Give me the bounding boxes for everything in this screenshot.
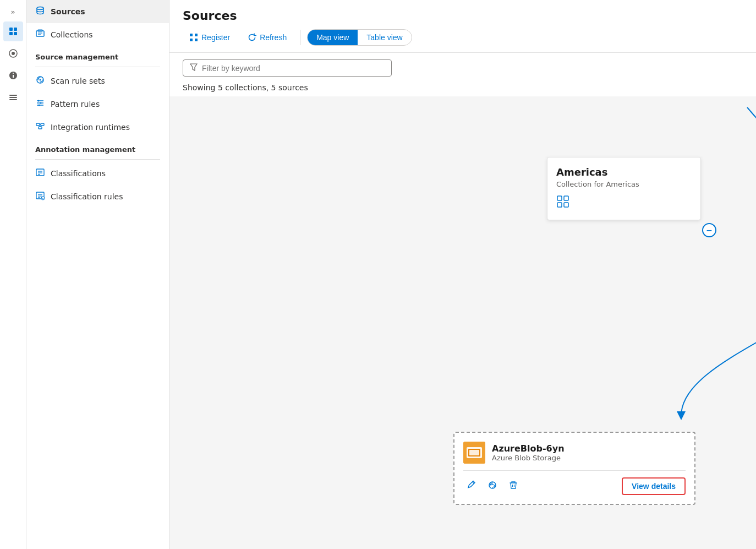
svg-rect-6 (9, 95, 17, 96)
table-view-button[interactable]: Table view (358, 30, 411, 45)
filter-icon (190, 63, 198, 73)
rail-item-insights[interactable] (3, 66, 23, 85)
svg-point-15 (40, 79, 41, 81)
refresh-button[interactable]: Refresh (241, 30, 293, 45)
svg-rect-23 (41, 123, 44, 126)
blob-card-container: AzureBlob-6yn Azure Blob Storage (453, 432, 695, 505)
annotation-management-header: Annotation management (26, 139, 169, 157)
sidebar-sources-label: Sources (51, 7, 85, 16)
view-details-button[interactable]: View details (622, 477, 686, 495)
svg-rect-0 (9, 28, 13, 31)
edit-icon (467, 480, 476, 490)
showing-text: Showing 5 collections, 5 sources (169, 83, 756, 96)
rail-item-home[interactable] (3, 44, 23, 63)
svg-rect-39 (195, 34, 198, 36)
rail-item-tools[interactable] (3, 88, 23, 107)
americas-card[interactable]: Americas Collection for Americas (547, 157, 701, 220)
pattern-rules-icon (35, 98, 45, 110)
blob-card-name: AzureBlob-6yn (492, 443, 565, 454)
svg-rect-1 (14, 28, 17, 31)
svg-rect-8 (9, 99, 17, 100)
refresh-icon (248, 33, 256, 42)
collapse-button[interactable]: − (702, 223, 716, 237)
svg-rect-44 (564, 196, 568, 200)
map-view-button[interactable]: Map view (308, 30, 358, 45)
blob-card-info: AzureBlob-6yn Azure Blob Storage (492, 443, 565, 462)
integration-runtimes-icon (35, 121, 45, 133)
svg-rect-2 (9, 32, 13, 35)
view-toggle: Map view Table view (307, 29, 412, 46)
blob-card-divider (463, 470, 686, 471)
view-details-label: View details (632, 482, 676, 491)
svg-rect-46 (564, 203, 568, 207)
search-input[interactable] (202, 64, 385, 73)
svg-rect-40 (190, 39, 193, 41)
americas-card-grid-icon[interactable] (556, 195, 692, 211)
toolbar: Register Refresh Map view Table view (183, 29, 743, 52)
svg-point-20 (40, 102, 42, 104)
integration-runtimes-label: Integration runtimes (51, 123, 130, 132)
sidebar-item-classification-rules[interactable]: Classification rules (26, 185, 169, 208)
main-header: Sources Register Refresh (169, 0, 756, 53)
table-view-label: Table view (366, 33, 402, 42)
blob-card-type: Azure Blob Storage (492, 454, 565, 462)
source-management-header: Source management (26, 46, 169, 64)
sidebar-item-pattern-rules[interactable]: Pattern rules (26, 93, 169, 116)
collapse-rail-button[interactable]: » (8, 4, 19, 19)
svg-marker-42 (190, 64, 197, 70)
svg-rect-45 (557, 203, 562, 207)
icon-rail: » (0, 0, 26, 549)
classification-rules-icon (35, 191, 45, 203)
classifications-label: Classifications (51, 169, 106, 178)
delete-icon (508, 480, 518, 490)
filter-input-wrap[interactable] (183, 59, 392, 77)
page-title: Sources (183, 9, 743, 23)
scan-button[interactable] (484, 478, 501, 495)
sidebar: Sources Collections Source management Sc… (26, 0, 169, 549)
americas-card-subtitle: Collection for Americas (556, 180, 692, 188)
register-icon (189, 33, 198, 42)
svg-rect-41 (195, 39, 198, 41)
blob-card[interactable]: AzureBlob-6yn Azure Blob Storage (453, 432, 695, 505)
svg-point-9 (37, 7, 43, 10)
map-view-label: Map view (316, 33, 349, 42)
filter-bar (169, 53, 756, 83)
blob-card-actions: View details (463, 477, 686, 495)
refresh-label: Refresh (260, 33, 287, 42)
sidebar-divider-2 (35, 159, 160, 160)
delete-button[interactable] (505, 478, 522, 495)
scan-rule-sets-label: Scan rule sets (51, 77, 105, 85)
map-canvas[interactable]: Americas Collection for Americas − (169, 96, 756, 549)
svg-rect-22 (36, 123, 40, 126)
main-content: Sources Register Refresh (169, 0, 756, 549)
sidebar-item-sources[interactable]: Sources (26, 0, 169, 23)
sidebar-item-collections[interactable]: Collections (26, 23, 169, 46)
sidebar-item-integration-runtimes[interactable]: Integration runtimes (26, 116, 169, 139)
svg-point-5 (12, 52, 15, 55)
edit-button[interactable] (463, 478, 480, 495)
blob-card-header: AzureBlob-6yn Azure Blob Storage (463, 442, 686, 464)
blob-storage-icon (463, 442, 485, 464)
svg-rect-38 (190, 34, 193, 36)
svg-rect-50 (469, 450, 479, 455)
svg-rect-24 (39, 127, 42, 129)
rail-item-data-map[interactable] (3, 21, 23, 41)
americas-card-title: Americas (556, 166, 692, 178)
svg-rect-43 (557, 196, 562, 200)
toolbar-divider (300, 30, 300, 45)
scan-icon (487, 480, 497, 490)
register-label: Register (201, 33, 230, 42)
sidebar-item-scan-rule-sets[interactable]: Scan rule sets (26, 69, 169, 93)
register-button[interactable]: Register (183, 30, 237, 45)
sidebar-collections-label: Collections (51, 30, 93, 39)
sidebar-divider-1 (35, 67, 160, 67)
svg-rect-7 (9, 97, 17, 98)
scan-rule-sets-icon (35, 75, 45, 87)
collections-icon (35, 29, 45, 41)
classification-rules-label: Classification rules (51, 192, 123, 201)
sidebar-item-classifications[interactable]: Classifications (26, 162, 169, 185)
svg-rect-3 (14, 32, 17, 35)
svg-point-21 (39, 105, 40, 106)
pattern-rules-label: Pattern rules (51, 100, 100, 108)
sources-icon (35, 6, 45, 18)
